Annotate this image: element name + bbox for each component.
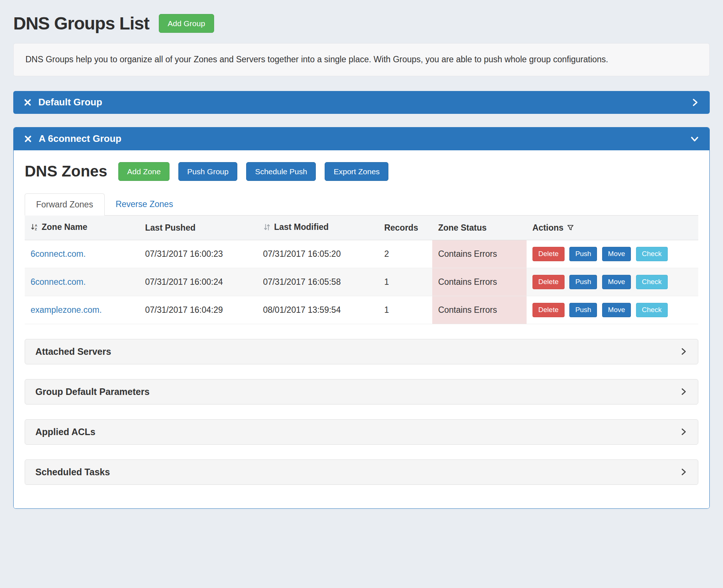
chevron-right-icon <box>680 388 688 396</box>
group-panel-body: DNS Zones Add Zone Push Group Schedule P… <box>14 150 709 508</box>
sort-alphabet-icon[interactable]: A Z <box>31 223 38 231</box>
accordion-scheduled-tasks[interactable]: Scheduled Tasks <box>25 459 698 485</box>
table-row: 6connect.com. 07/31/2017 16:00:23 07/31/… <box>25 240 698 268</box>
push-button[interactable]: Push <box>569 303 597 317</box>
add-group-button[interactable]: Add Group <box>159 14 214 33</box>
records-value: 1 <box>378 296 432 324</box>
accordion-label: Attached Servers <box>35 346 111 357</box>
accordion-group-default-parameters[interactable]: Group Default Parameters <box>25 379 698 405</box>
export-zones-button[interactable]: Export Zones <box>325 162 388 181</box>
last-modified-value: 08/01/2017 13:59:54 <box>257 296 378 324</box>
zones-title: DNS Zones <box>25 162 107 180</box>
zones-header: DNS Zones Add Zone Push Group Schedule P… <box>25 162 698 181</box>
sort-updown-icon[interactable] <box>263 223 271 231</box>
records-value: 1 <box>378 268 432 296</box>
accordion-label: Applied ACLs <box>35 427 95 437</box>
chevron-right-icon <box>680 347 688 356</box>
group-header-default[interactable]: Default Group <box>13 91 710 114</box>
push-group-button[interactable]: Push Group <box>178 162 237 181</box>
chevron-right-icon <box>680 428 688 436</box>
zones-tabs: Forward Zones Reverse Zones <box>25 193 698 216</box>
last-modified-value: 07/31/2017 16:05:20 <box>257 240 378 268</box>
chevron-down-icon <box>690 134 699 143</box>
records-header-label: Records <box>384 223 418 232</box>
delete-button[interactable]: Delete <box>532 303 565 317</box>
records-value: 2 <box>378 240 432 268</box>
tab-forward-zones[interactable]: Forward Zones <box>25 193 105 216</box>
zone-status-badge: Contains Errors <box>432 240 527 268</box>
zones-table: A Z Zone Name Last Pushed <box>25 216 698 324</box>
push-button[interactable]: Push <box>569 275 597 289</box>
last-pushed-value: 07/31/2017 16:00:23 <box>139 240 257 268</box>
move-button[interactable]: Move <box>602 247 631 261</box>
filter-icon[interactable] <box>567 224 574 231</box>
page: DNS Groups List Add Group DNS Groups hel… <box>0 0 723 537</box>
accordion-attached-servers[interactable]: Attached Servers <box>25 339 698 364</box>
last-modified-header-label: Last Modified <box>274 222 329 232</box>
schedule-push-button[interactable]: Schedule Push <box>246 162 316 181</box>
actions-header-label: Actions <box>532 223 563 233</box>
check-button[interactable]: Check <box>636 303 668 317</box>
delete-button[interactable]: Delete <box>532 275 565 289</box>
chevron-right-icon <box>691 98 699 107</box>
zone-status-header-label: Zone Status <box>438 223 487 232</box>
tab-reverse-zones[interactable]: Reverse Zones <box>105 193 184 215</box>
last-pushed-value: 07/31/2017 16:04:29 <box>139 296 257 324</box>
table-row: examplezone.com. 07/31/2017 16:04:29 08/… <box>25 296 698 324</box>
column-header-last-modified[interactable]: Last Modified <box>257 216 378 240</box>
page-header: DNS Groups List Add Group <box>13 13 710 34</box>
column-header-zone-status: Zone Status <box>432 216 527 240</box>
zone-status-badge: Contains Errors <box>432 268 527 296</box>
accordion-applied-acls[interactable]: Applied ACLs <box>25 419 698 445</box>
page-title: DNS Groups List <box>13 13 149 34</box>
table-header-row: A Z Zone Name Last Pushed <box>25 216 698 240</box>
zone-name-header-label: Zone Name <box>42 222 87 232</box>
move-button[interactable]: Move <box>602 303 631 317</box>
accordion-label: Group Default Parameters <box>35 386 150 397</box>
column-header-zone-name[interactable]: A Z Zone Name <box>25 216 139 240</box>
intro-box: DNS Groups help you to organize all of y… <box>13 43 710 76</box>
intro-text: DNS Groups help you to organize all of y… <box>25 55 608 64</box>
last-modified-value: 07/31/2017 16:05:58 <box>257 268 378 296</box>
zone-name-link[interactable]: examplezone.com. <box>31 305 102 315</box>
zone-name-link[interactable]: 6connect.com. <box>31 277 86 287</box>
last-pushed-value: 07/31/2017 16:00:24 <box>139 268 257 296</box>
svg-text:A: A <box>35 224 37 227</box>
remove-group-icon[interactable] <box>24 98 32 106</box>
column-header-last-pushed[interactable]: Last Pushed <box>139 216 257 240</box>
group-panel-default: Default Group <box>13 91 710 114</box>
column-header-records: Records <box>378 216 432 240</box>
delete-button[interactable]: Delete <box>532 247 565 261</box>
group-panel-6connect: A 6connect Group DNS Zones Add Zone Push… <box>13 127 710 509</box>
move-button[interactable]: Move <box>602 275 631 289</box>
chevron-right-icon <box>680 468 688 476</box>
accordion-label: Scheduled Tasks <box>35 467 110 477</box>
zone-name-link[interactable]: 6connect.com. <box>31 249 86 259</box>
add-zone-button[interactable]: Add Zone <box>118 162 170 181</box>
last-pushed-header-label: Last Pushed <box>145 223 196 232</box>
push-button[interactable]: Push <box>569 247 597 261</box>
check-button[interactable]: Check <box>636 247 668 261</box>
column-header-actions: Actions <box>527 216 698 240</box>
check-button[interactable]: Check <box>636 275 668 289</box>
remove-group-icon[interactable] <box>24 135 32 143</box>
svg-text:Z: Z <box>35 227 37 231</box>
group-title: A 6connect Group <box>39 133 121 144</box>
zone-status-badge: Contains Errors <box>432 296 527 324</box>
table-row: 6connect.com. 07/31/2017 16:00:24 07/31/… <box>25 268 698 296</box>
group-title: Default Group <box>38 97 102 108</box>
group-header-6connect[interactable]: A 6connect Group <box>14 127 709 150</box>
